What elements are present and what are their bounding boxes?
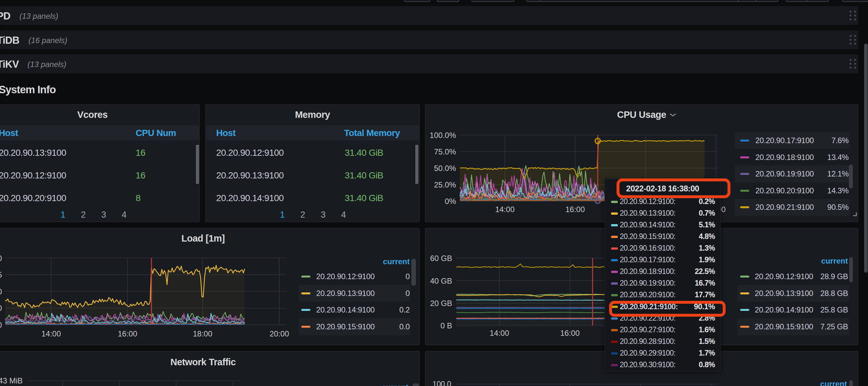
svg-text:16:00: 16:00	[560, 329, 580, 337]
svg-text:0%: 0%	[445, 197, 456, 206]
svg-text:16:00: 16:00	[118, 329, 137, 338]
svg-text:60 GB: 60 GB	[430, 254, 452, 263]
svg-text:1.5: 1.5	[0, 270, 2, 279]
svg-text:43 MiB: 43 MiB	[0, 376, 23, 385]
svg-text:1.0: 1.0	[0, 287, 2, 296]
svg-text:18:00: 18:00	[193, 329, 212, 338]
svg-text:0: 0	[0, 321, 2, 329]
svg-text:0.50: 0.50	[0, 304, 2, 313]
svg-text:16:00: 16:00	[565, 205, 585, 214]
svg-text:14:00: 14:00	[490, 329, 509, 337]
svg-text:25.0%: 25.0%	[434, 180, 456, 189]
svg-text:50.0%: 50.0%	[434, 164, 456, 173]
svg-text:20:00: 20:00	[270, 329, 289, 338]
svg-text:14:00: 14:00	[495, 205, 515, 214]
svg-text:14:00: 14:00	[41, 329, 61, 338]
svg-text:75.0%: 75.0%	[434, 147, 456, 156]
svg-text:2.0: 2.0	[0, 254, 2, 263]
svg-text:40 GB: 40 GB	[430, 276, 452, 285]
svg-text:20 GB: 20 GB	[430, 299, 452, 308]
svg-text:0 B: 0 B	[440, 321, 452, 330]
svg-text:100.0%: 100.0%	[430, 131, 456, 140]
